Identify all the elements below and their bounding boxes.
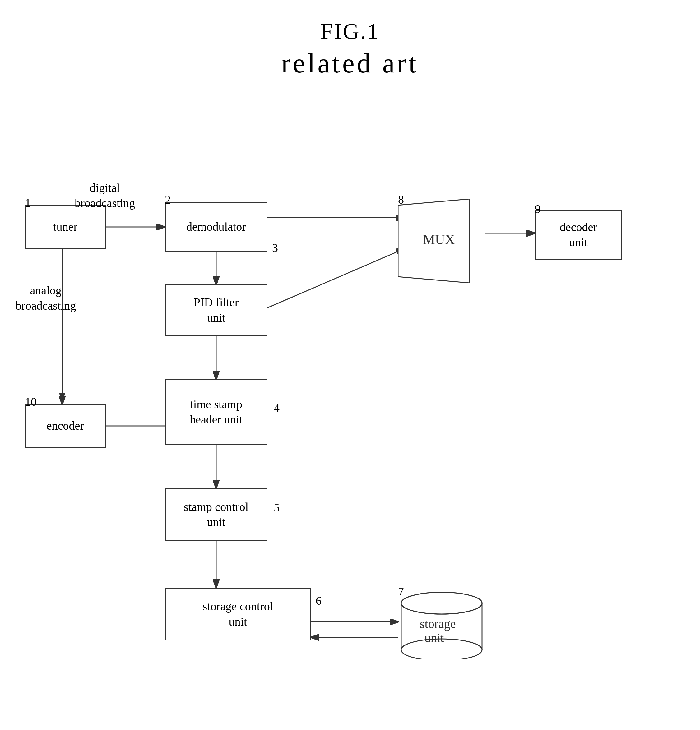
svg-text:storage: storage <box>420 617 456 631</box>
num-7: 7 <box>398 584 404 598</box>
stamp-control-box: stamp controlunit <box>165 488 267 541</box>
num-9: 9 <box>535 202 541 216</box>
decoder-box: decoderunit <box>535 210 622 260</box>
svg-text:unit: unit <box>424 631 444 645</box>
demodulator-box: demodulator <box>165 202 267 252</box>
num-4: 4 <box>274 401 279 415</box>
pid-filter-box: PID filterunit <box>165 285 267 336</box>
num-8: 8 <box>398 193 404 206</box>
svg-text:MUX: MUX <box>423 232 455 247</box>
num-3: 3 <box>272 241 278 255</box>
storage-control-box: storage controlunit <box>165 588 311 641</box>
num-2: 2 <box>165 193 171 206</box>
page-title: FIG.1 <box>0 0 700 44</box>
tuner-box: tuner <box>25 205 106 249</box>
num-1: 1 <box>25 196 31 210</box>
digital-broadcasting-label: digitalbroadcasting <box>75 180 135 211</box>
num-6: 6 <box>316 594 322 607</box>
analog-arrow <box>50 249 81 404</box>
encoder-box: encoder <box>25 404 106 448</box>
storage-unit-cylinder: storage unit <box>398 591 485 659</box>
num-5: 5 <box>274 501 279 514</box>
mux-shape: MUX <box>398 199 485 283</box>
time-stamp-box: time stampheader unit <box>165 379 267 445</box>
page-subtitle: related art <box>0 48 700 79</box>
svg-line-4 <box>267 249 404 308</box>
num-10: 10 <box>25 395 37 409</box>
